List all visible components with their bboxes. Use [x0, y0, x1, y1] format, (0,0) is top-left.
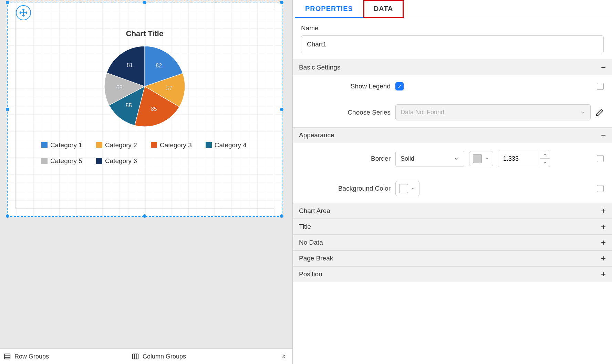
section-title: Basic Settings [299, 64, 340, 71]
collapse-icon: − [601, 131, 606, 139]
row-groups-section[interactable]: Row Groups [3, 353, 49, 360]
chevron-down-icon [485, 156, 489, 161]
bg-color-picker[interactable] [395, 181, 419, 196]
color-swatch [399, 184, 408, 193]
resize-handle[interactable] [280, 214, 283, 218]
legend-item: Category 6 [96, 157, 137, 165]
expand-icon: + [601, 207, 606, 215]
chart-element[interactable]: Chart Title 825785555581 Category 1Categ… [7, 2, 282, 217]
collapse-icon: − [601, 63, 606, 72]
border-style-select[interactable]: Solid [395, 151, 464, 167]
section-basic-settings[interactable]: Basic Settings − [293, 60, 612, 75]
expand-icon: + [601, 223, 606, 231]
section-appearance[interactable]: Appearance − [293, 127, 612, 143]
border-width-input[interactable] [498, 150, 540, 167]
tab-data[interactable]: DATA [363, 0, 404, 18]
column-groups-section[interactable]: Column Groups [132, 353, 186, 360]
resize-handle[interactable] [280, 108, 283, 111]
chart-legend: Category 1Category 2Category 3Category 4… [34, 141, 255, 165]
pie-chart: 825785555581 [100, 42, 189, 131]
border-style-value: Solid [401, 155, 414, 162]
border-width-stepper[interactable] [498, 150, 550, 167]
bg-color-label: Background Color [301, 185, 391, 192]
section-chart-area[interactable]: Chart Area + [293, 203, 612, 219]
collapse-footer-icon[interactable] [281, 353, 287, 360]
design-canvas[interactable]: Chart Title 825785555581 Category 1Categ… [0, 0, 293, 364]
resize-handle[interactable] [143, 214, 146, 218]
legend-item: Category 3 [151, 141, 192, 149]
columns-icon [132, 353, 139, 360]
section-position[interactable]: Position + [293, 266, 612, 282]
expression-toggle[interactable] [597, 155, 604, 162]
tab-properties[interactable]: PROPERTIES [295, 0, 363, 18]
step-up-icon[interactable] [540, 150, 550, 159]
choose-series-select[interactable]: Data Not Found [395, 104, 591, 120]
legend-item: Category 4 [206, 141, 247, 149]
section-title-section[interactable]: Title + [293, 219, 612, 235]
row-groups-label: Row Groups [14, 353, 49, 360]
expression-toggle[interactable] [597, 83, 604, 90]
expand-icon: + [601, 270, 606, 278]
name-label: Name [301, 24, 604, 32]
border-color-picker[interactable] [469, 151, 493, 166]
section-title: Appearance [299, 131, 334, 139]
section-no-data[interactable]: No Data + [293, 235, 612, 250]
step-down-icon[interactable] [540, 159, 550, 167]
properties-panel: PROPERTIES DATA Name Basic Settings − Sh… [293, 0, 612, 364]
column-groups-label: Column Groups [143, 353, 186, 360]
edit-series-icon[interactable] [595, 108, 604, 117]
chart-title: Chart Title [126, 29, 163, 38]
expand-icon: + [601, 254, 606, 263]
section-title: Chart Area [299, 207, 330, 215]
expression-toggle[interactable] [597, 185, 604, 192]
legend-item: Category 5 [41, 157, 82, 165]
chevron-down-icon [580, 110, 585, 115]
rows-icon [3, 353, 11, 360]
section-title: Position [299, 270, 322, 278]
svg-rect-0 [4, 354, 10, 359]
border-label: Border [301, 155, 391, 162]
groups-footer: Row Groups Column Groups [0, 349, 292, 364]
legend-item: Category 2 [96, 141, 137, 149]
section-title: Page Break [299, 255, 333, 262]
choose-series-placeholder: Data Not Found [401, 109, 444, 116]
section-title: Title [299, 223, 311, 231]
panel-tabs: PROPERTIES DATA [293, 0, 612, 18]
resize-handle[interactable] [280, 1, 283, 4]
resize-handle[interactable] [6, 214, 9, 218]
section-title: No Data [299, 239, 323, 246]
show-legend-label: Show Legend [301, 83, 391, 90]
legend-item: Category 1 [41, 141, 82, 149]
chevron-down-icon [411, 186, 416, 191]
svg-rect-3 [133, 354, 138, 359]
chevron-down-icon [454, 156, 459, 161]
resize-handle[interactable] [143, 1, 146, 4]
show-legend-checkbox[interactable]: ✓ [395, 82, 404, 90]
expand-icon: + [601, 238, 606, 247]
color-swatch [473, 154, 482, 163]
choose-series-label: Choose Series [301, 109, 391, 116]
resize-handle[interactable] [6, 1, 9, 4]
section-page-break[interactable]: Page Break + [293, 250, 612, 266]
resize-handle[interactable] [6, 108, 9, 111]
name-input[interactable] [301, 35, 604, 53]
